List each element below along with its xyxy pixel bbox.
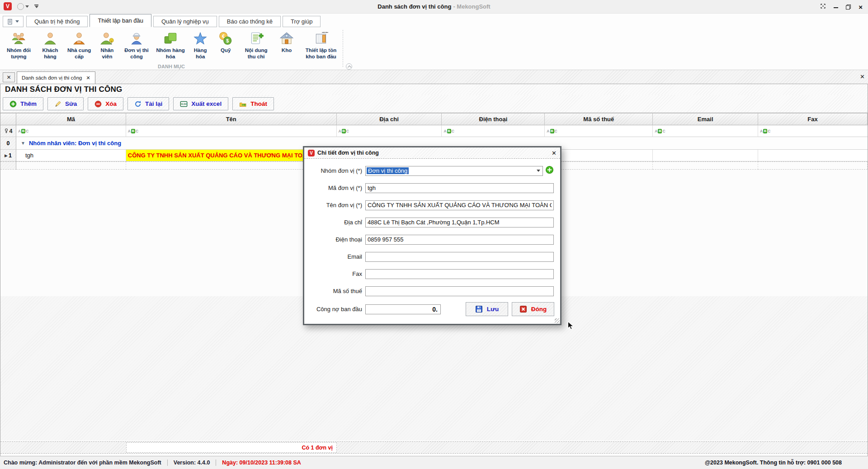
- ribbon-item-don-vi-thi-cong[interactable]: Đơn vị thi công: [120, 29, 153, 61]
- initial-stock-icon: [313, 30, 329, 47]
- unit-code-input[interactable]: [365, 183, 554, 193]
- cell-ma[interactable]: tgh: [16, 150, 126, 161]
- filter-cell-ma-so-thue[interactable]: ABC: [545, 125, 653, 137]
- unit-name-input[interactable]: [365, 200, 554, 210]
- fullscreen-span-icon[interactable]: [820, 3, 826, 11]
- address-input[interactable]: [365, 218, 554, 227]
- ribbon-item-hang-hoa[interactable]: Hàng hóa: [188, 29, 213, 61]
- tab-quan-tri-he-thong[interactable]: Quản trị hệ thống: [26, 16, 88, 27]
- column-header-ten[interactable]: Tên: [126, 113, 337, 125]
- ribbon-tab-bar: Quản trị hệ thống Thiết lập ban đầu Quản…: [0, 14, 868, 27]
- ribbon-item-quy[interactable]: € $ Quỹ: [213, 29, 238, 55]
- export-excel-button[interactable]: XLSX Xuất excel: [173, 97, 228, 110]
- summary-empty-cell: [16, 161, 126, 170]
- filter-cell-dia-chi[interactable]: ABC: [337, 125, 442, 137]
- close-all-tabs-button[interactable]: ✕: [3, 72, 15, 82]
- chevron-down-icon[interactable]: [537, 170, 540, 172]
- initial-debt-input[interactable]: 0.: [365, 304, 441, 314]
- add-button[interactable]: Thêm: [3, 97, 43, 110]
- phone-input[interactable]: [365, 235, 554, 245]
- document-tab-active[interactable]: Danh sách đơn vị thi công ✕: [17, 71, 95, 84]
- autofilter-abc-icon: ABC: [547, 129, 557, 133]
- field-row-code: Mã đơn vị (*): [308, 183, 554, 193]
- close-button[interactable]: ×: [859, 4, 863, 10]
- field-row-email: Email: [308, 251, 554, 262]
- filter-cell-email[interactable]: ABC: [653, 125, 758, 137]
- application-menu-button[interactable]: [3, 16, 24, 27]
- tab-thiet-lap-ban-dau[interactable]: Thiết lập ban đầu: [90, 14, 151, 27]
- autofilter-abc-icon: ABC: [18, 129, 28, 133]
- ribbon-item-nhan-vien[interactable]: Nhân viên: [94, 29, 120, 61]
- minimize-button[interactable]: [834, 5, 838, 9]
- ribbon-item-khach-hang[interactable]: Khách hàng: [37, 29, 64, 61]
- employee-icon: [99, 30, 115, 47]
- autofilter-abc-icon: ABC: [655, 129, 665, 133]
- add-group-button[interactable]: [545, 166, 554, 176]
- add-icon: [9, 100, 17, 108]
- status-date: Ngày: 09/10/2023 11:39:08 SA: [222, 460, 301, 466]
- close-x-icon: [519, 305, 527, 313]
- address-label: Địa chỉ: [308, 219, 362, 226]
- separator: [167, 460, 168, 466]
- tab-tro-giup[interactable]: Trợ giúp: [283, 16, 321, 27]
- reload-button[interactable]: Tải lại: [127, 97, 169, 110]
- edit-button[interactable]: Sửa: [47, 97, 84, 110]
- window-title: Danh sách đơn vị thi công- MekongSoft: [0, 3, 868, 10]
- column-header-dia-chi[interactable]: Địa chỉ: [337, 113, 442, 125]
- filter-cell-dien-thoai[interactable]: ABC: [442, 125, 545, 137]
- filter-cell-ten[interactable]: ABC: [126, 125, 337, 137]
- group-unit-combo[interactable]: Đơn vị thi công: [365, 166, 543, 176]
- dialog-close-button[interactable]: Đóng: [512, 302, 554, 316]
- delete-button[interactable]: Xóa: [88, 97, 123, 110]
- exit-button[interactable]: Thoát: [232, 97, 274, 110]
- ribbon-item-kho[interactable]: Kho: [274, 29, 299, 55]
- autofilter-abc-icon: ABC: [443, 129, 454, 133]
- column-header-dien-thoai[interactable]: Điện thoại: [442, 113, 545, 125]
- group-row-indicator: 0: [0, 137, 16, 150]
- filter-row-indicator: 4: [0, 125, 16, 137]
- row-pointer-icon: ▶: [5, 153, 8, 158]
- combo-selected-text: Đơn vị thi công: [367, 167, 409, 174]
- column-header-ma[interactable]: Mã: [16, 113, 126, 125]
- status-copyright: @2023 MekongSoft. Thông tin hỗ trợ: 0901…: [705, 460, 868, 466]
- save-button[interactable]: Lưu: [466, 302, 508, 316]
- tab-bao-cao-thong-ke[interactable]: Báo cáo thống kê: [219, 16, 281, 27]
- filter-cell-ma[interactable]: ABC: [16, 125, 126, 137]
- group-expanded-icon[interactable]: ▼: [21, 141, 25, 146]
- ribbon-collapse-button[interactable]: [346, 63, 352, 70]
- column-header-ma-so-thue[interactable]: Mã số thuế: [545, 113, 653, 125]
- document-tab-strip: ✕ Danh sách đơn vị thi công ✕ ✕: [0, 70, 868, 84]
- ribbon-item-nha-cung-cap[interactable]: DX Nhà cung cấp: [64, 29, 94, 61]
- column-header-email[interactable]: Email: [653, 113, 758, 125]
- focused-row-indicator: ▶ 1: [0, 150, 16, 161]
- cell-email[interactable]: [653, 150, 758, 161]
- people-group-icon: [11, 30, 26, 47]
- field-row-fax: Fax: [308, 269, 554, 279]
- ribbon-item-nhom-doi-tuong[interactable]: Nhóm đối tượng: [1, 29, 37, 61]
- pencil-icon: [54, 100, 61, 108]
- command-toolbar: Thêm Sửa Xóa Tải lại XLSX Xuất excel Tho…: [0, 95, 868, 113]
- column-header-fax[interactable]: Fax: [758, 113, 868, 125]
- dialog-header[interactable]: V Chi tiết đơn vị thi công ✕: [304, 147, 560, 159]
- application-window: V Danh sách đơn vị thi công- MekongSoft …: [0, 0, 868, 469]
- coins-icon: € $: [218, 30, 233, 47]
- autofilter-abc-icon: ABC: [760, 129, 770, 133]
- cell-fax[interactable]: [758, 150, 868, 161]
- tab-quan-ly-nghiep-vu[interactable]: Quản lý nghiệp vụ: [153, 16, 217, 27]
- tax-code-input[interactable]: [365, 286, 554, 296]
- ribbon-item-nhom-hang-hoa[interactable]: Nhóm hàng hóa: [153, 29, 188, 61]
- ribbon-item-thiet-lap-ton-kho[interactable]: Thiết lập tồn kho ban đầu: [299, 29, 343, 61]
- restore-button[interactable]: [846, 5, 851, 9]
- email-input[interactable]: [365, 252, 554, 262]
- dialog-close-icon[interactable]: ✕: [552, 150, 557, 156]
- tab-close-icon[interactable]: ✕: [86, 75, 90, 81]
- save-floppy-icon: [475, 305, 483, 313]
- fax-input[interactable]: [365, 269, 554, 279]
- tabstrip-close-button[interactable]: ✕: [860, 73, 865, 80]
- filter-cell-fax[interactable]: ABC: [758, 125, 868, 137]
- ribbon-group-caption: DANH MỤC: [0, 64, 343, 69]
- ribbon-item-noi-dung-thu-chi[interactable]: Nội dung thu chi: [238, 29, 274, 61]
- remove-icon: [94, 100, 102, 108]
- refresh-icon: [134, 100, 142, 108]
- dialog-resize-grip[interactable]: [555, 318, 560, 323]
